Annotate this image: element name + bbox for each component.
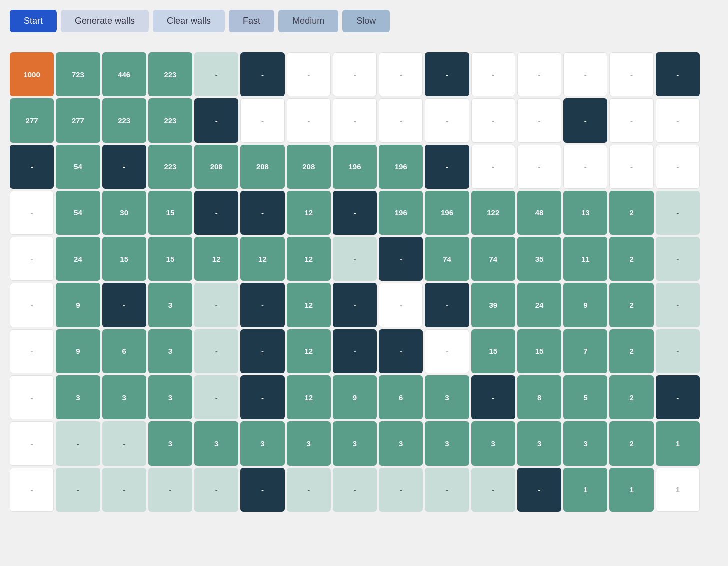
grid-cell[interactable]: 74 — [425, 237, 469, 281]
grid-cell[interactable]: 2 — [610, 283, 654, 327]
grid-cell[interactable]: 3 — [564, 422, 608, 466]
grid-cell[interactable]: - — [333, 468, 377, 512]
grid-cell[interactable]: - — [518, 52, 562, 96]
grid-cell[interactable]: 12 — [287, 191, 331, 235]
grid-cell[interactable]: 196 — [379, 145, 423, 189]
grid-cell[interactable]: 1 — [656, 422, 700, 466]
grid-cell[interactable]: - — [10, 191, 54, 235]
grid-cell[interactable]: 223 — [148, 98, 192, 142]
fast-button[interactable]: Fast — [229, 10, 274, 32]
grid-cell[interactable]: - — [56, 468, 100, 512]
grid-cell[interactable]: 5 — [564, 376, 608, 420]
grid-cell[interactable]: 13 — [564, 191, 608, 235]
grid-cell[interactable]: - — [379, 237, 423, 281]
grid-cell[interactable]: - — [240, 330, 284, 374]
grid-cell[interactable]: 446 — [102, 52, 146, 96]
grid-cell[interactable]: 208 — [194, 145, 238, 189]
grid-cell[interactable]: - — [240, 468, 284, 512]
grid-cell[interactable]: 9 — [564, 283, 608, 327]
grid-cell[interactable]: - — [102, 468, 146, 512]
grid-cell[interactable]: 12 — [240, 237, 284, 281]
grid-cell[interactable]: - — [425, 145, 469, 189]
grid-cell[interactable]: 15 — [148, 191, 192, 235]
grid-cell[interactable]: 12 — [287, 237, 331, 281]
grid-cell[interactable]: 3 — [333, 422, 377, 466]
grid-cell[interactable]: - — [333, 237, 377, 281]
grid-cell[interactable]: - — [564, 98, 608, 142]
grid-cell[interactable]: - — [564, 145, 608, 189]
slow-button[interactable]: Slow — [342, 10, 390, 32]
grid-cell[interactable]: - — [194, 283, 238, 327]
grid-cell[interactable]: - — [333, 330, 377, 374]
grid-cell[interactable]: 277 — [56, 98, 100, 142]
grid-cell[interactable]: - — [425, 283, 469, 327]
grid-cell[interactable]: - — [472, 98, 516, 142]
grid-cell[interactable]: 7 — [564, 330, 608, 374]
grid-cell[interactable]: - — [656, 283, 700, 327]
grid-cell[interactable]: 3 — [425, 376, 469, 420]
grid-cell[interactable]: - — [379, 468, 423, 512]
grid-cell[interactable]: - — [472, 376, 516, 420]
grid-cell[interactable]: 2 — [610, 422, 654, 466]
grid-cell[interactable]: 3 — [56, 376, 100, 420]
grid-cell[interactable]: - — [656, 376, 700, 420]
grid-cell[interactable]: - — [656, 330, 700, 374]
grid-cell[interactable]: 54 — [56, 191, 100, 235]
grid-cell[interactable]: 24 — [518, 283, 562, 327]
grid-cell[interactable]: - — [610, 145, 654, 189]
grid-cell[interactable]: 3 — [102, 376, 146, 420]
grid-cell[interactable]: - — [656, 237, 700, 281]
generate-walls-button[interactable]: Generate walls — [61, 10, 149, 32]
grid-cell[interactable]: - — [240, 191, 284, 235]
grid-cell[interactable]: 196 — [333, 145, 377, 189]
grid-cell[interactable]: 24 — [56, 237, 100, 281]
grid-cell[interactable]: 2 — [610, 237, 654, 281]
grid-cell[interactable]: - — [194, 98, 238, 142]
grid-cell[interactable]: 30 — [102, 191, 146, 235]
grid-cell[interactable]: - — [10, 145, 54, 189]
grid-cell[interactable]: - — [656, 98, 700, 142]
grid-cell[interactable]: 1000 — [10, 52, 54, 96]
grid-cell[interactable]: - — [287, 52, 331, 96]
grid-cell[interactable]: 1 — [564, 468, 608, 512]
grid-cell[interactable]: 2 — [610, 330, 654, 374]
grid-cell[interactable]: - — [148, 468, 192, 512]
grid-cell[interactable]: 3 — [379, 422, 423, 466]
grid-cell[interactable]: - — [333, 98, 377, 142]
grid-cell[interactable]: - — [10, 330, 54, 374]
grid-cell[interactable]: 12 — [287, 376, 331, 420]
grid-cell[interactable]: 8 — [518, 376, 562, 420]
grid-cell[interactable]: - — [333, 52, 377, 96]
grid-cell[interactable]: 3 — [472, 422, 516, 466]
grid-cell[interactable]: 3 — [194, 422, 238, 466]
grid-cell[interactable]: 15 — [518, 330, 562, 374]
grid-cell[interactable]: - — [656, 191, 700, 235]
grid-cell[interactable]: - — [194, 330, 238, 374]
medium-button[interactable]: Medium — [278, 10, 338, 32]
grid-cell[interactable]: 12 — [194, 237, 238, 281]
grid-cell[interactable]: 15 — [472, 330, 516, 374]
grid-cell[interactable]: 39 — [472, 283, 516, 327]
grid-cell[interactable]: - — [472, 52, 516, 96]
grid-cell[interactable]: 15 — [102, 237, 146, 281]
grid-cell[interactable]: 1 — [610, 468, 654, 512]
grid-cell[interactable]: - — [10, 237, 54, 281]
start-button[interactable]: Start — [10, 10, 57, 32]
grid-cell[interactable]: - — [518, 145, 562, 189]
grid-cell[interactable]: - — [472, 468, 516, 512]
grid-cell[interactable]: - — [10, 468, 54, 512]
grid-cell[interactable]: - — [102, 283, 146, 327]
grid-cell[interactable]: - — [425, 98, 469, 142]
grid-cell[interactable]: - — [379, 283, 423, 327]
grid-cell[interactable]: - — [240, 52, 284, 96]
grid-cell[interactable]: 3 — [518, 422, 562, 466]
grid-cell[interactable]: - — [518, 98, 562, 142]
grid-cell[interactable]: - — [240, 98, 284, 142]
grid-cell[interactable]: 223 — [102, 98, 146, 142]
grid-cell[interactable]: 208 — [240, 145, 284, 189]
grid-cell[interactable]: 3 — [148, 422, 192, 466]
grid-cell[interactable]: 3 — [148, 330, 192, 374]
grid-cell[interactable]: - — [379, 52, 423, 96]
grid-cell[interactable]: 74 — [472, 237, 516, 281]
grid-cell[interactable]: 12 — [287, 283, 331, 327]
